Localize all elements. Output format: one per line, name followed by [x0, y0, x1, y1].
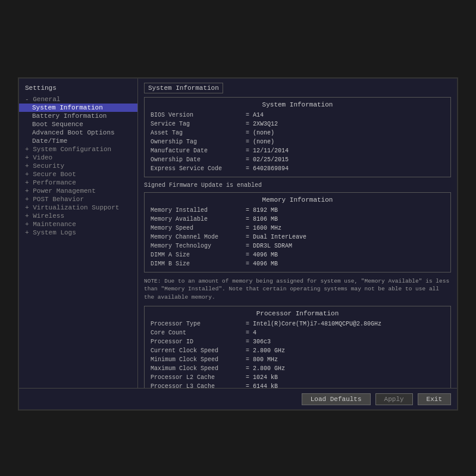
ownership-tag-value: = (none) — [246, 137, 274, 146]
max-clock-value: = 2.800 GHz — [246, 364, 285, 373]
dimm-a-label: DIMM A Size — [151, 250, 246, 259]
settings-title: Settings — [19, 83, 137, 93]
signed-fw-text: Signed Firmware Update is enabled — [144, 182, 451, 189]
min-clock-label: Minimum Clock Speed — [151, 355, 246, 364]
apply-button[interactable]: Apply — [375, 393, 413, 405]
system-info-title: System Information — [151, 101, 444, 108]
dimm-b-row: DIMM B Size = 4096 MB — [151, 259, 444, 268]
ownership-tag-label: Ownership Tag — [151, 137, 246, 146]
ownership-tag-row: Ownership Tag = (none) — [151, 137, 444, 146]
asset-tag-label: Asset Tag — [151, 129, 246, 137]
memory-info-title: Memory Information — [151, 196, 444, 203]
ownership-date-row: Ownership Date = 02/25/2015 — [151, 155, 444, 164]
dimm-b-value: = 4096 MB — [246, 259, 278, 268]
memory-speed-label: Memory Speed — [151, 224, 246, 233]
sidebar-item-system-configuration[interactable]: System Configuration — [19, 145, 137, 154]
manufacture-date-row: Manufacture Date = 12/11/2014 — [151, 146, 444, 155]
dimm-b-label: DIMM B Size — [151, 259, 246, 268]
sidebar-item-system-information[interactable]: System Information — [19, 104, 137, 112]
memory-technology-label: Memory Technology — [151, 242, 246, 250]
manufacture-date-label: Manufacture Date — [151, 146, 246, 155]
main-panel: System Information System Information BI… — [138, 79, 457, 388]
memory-technology-value: = DDR3L SDRAM — [246, 242, 292, 250]
processor-id-label: Processor ID — [151, 337, 246, 346]
sidebar-item-security[interactable]: Security — [19, 162, 137, 170]
processor-l2-label: Processor L2 Cache — [151, 373, 246, 382]
processor-type-label: Processor Type — [151, 320, 246, 328]
ownership-date-label: Ownership Date — [151, 155, 246, 164]
sidebar-item-post-behavior[interactable]: POST Behavior — [19, 195, 137, 203]
processor-l3-label: Processor L3 Cache — [151, 382, 246, 388]
service-tag-value: = 2XW3Q12 — [246, 120, 278, 129]
sidebar-item-general[interactable]: General — [19, 95, 137, 104]
processor-l3-row: Processor L3 Cache = 6144 kB — [151, 382, 444, 388]
memory-installed-row: Memory Installed = 8192 MB — [151, 206, 444, 215]
load-defaults-button[interactable]: Load Defaults — [302, 393, 371, 405]
max-clock-row: Maximum Clock Speed = 2.800 GHz — [151, 364, 444, 373]
system-info-box: System Information BIOS Version = A14 Se… — [144, 97, 451, 177]
service-tag-row: Service Tag = 2XW3Q12 — [151, 120, 444, 129]
sidebar-item-advanced-boot-options[interactable]: Advanced Boot Options — [19, 129, 137, 137]
memory-available-label: Memory Available — [151, 215, 246, 224]
memory-speed-value: = 1600 MHz — [246, 224, 281, 233]
sidebar-item-power-management[interactable]: Power Management — [19, 187, 137, 195]
sidebar-item-boot-sequence[interactable]: Boot Sequence — [19, 120, 137, 129]
processor-id-row: Processor ID = 306c3 — [151, 337, 444, 346]
dimm-a-row: DIMM A Size = 4096 MB — [151, 250, 444, 259]
min-clock-row: Minimum Clock Speed = 800 MHz — [151, 355, 444, 364]
memory-channel-value: = Dual InterLeave — [246, 233, 306, 242]
current-clock-value: = 2.800 GHz — [246, 346, 285, 355]
bottom-bar: Load Defaults Apply Exit — [19, 388, 457, 409]
bios-content: Settings General System Information Batt… — [19, 79, 457, 388]
max-clock-label: Maximum Clock Speed — [151, 364, 246, 373]
bios-screen: Settings General System Information Batt… — [18, 77, 458, 411]
processor-l2-value: = 1024 kB — [246, 373, 278, 382]
memory-channel-row: Memory Channel Mode = Dual InterLeave — [151, 233, 444, 242]
sidebar-item-maintenance[interactable]: Maintenance — [19, 220, 137, 228]
current-clock-label: Current Clock Speed — [151, 346, 246, 355]
asset-tag-value: = (none) — [246, 129, 274, 137]
sidebar-item-system-logs[interactable]: System Logs — [19, 228, 137, 237]
processor-type-value: = Intel(R)Core(TM)i7-4810MQCPU@2.80GHz — [246, 320, 381, 328]
core-count-value: = 4 — [246, 328, 256, 337]
core-count-row: Core Count = 4 — [151, 328, 444, 337]
min-clock-value: = 800 MHz — [246, 355, 278, 364]
processor-id-value: = 306c3 — [246, 337, 271, 346]
manufacture-date-value: = 12/11/2014 — [246, 146, 289, 155]
bios-version-label: BIOS Version — [151, 111, 246, 120]
memory-channel-label: Memory Channel Mode — [151, 233, 246, 242]
sidebar-item-date-time[interactable]: Date/Time — [19, 137, 137, 145]
memory-note: NOTE: Due to an amount of memory being a… — [144, 277, 451, 301]
sidebar-item-battery-information[interactable]: Battery Information — [19, 112, 137, 120]
memory-speed-row: Memory Speed = 1600 MHz — [151, 224, 444, 233]
service-tag-label: Service Tag — [151, 120, 246, 129]
core-count-label: Core Count — [151, 328, 246, 337]
exit-button[interactable]: Exit — [418, 393, 451, 405]
memory-available-value: = 8106 MB — [246, 215, 278, 224]
processor-info-title: Processor Information — [151, 310, 444, 317]
express-service-row: Express Service Code = 6402869894 — [151, 164, 444, 173]
memory-installed-value: = 8192 MB — [246, 206, 278, 215]
sidebar-item-virtualization-support[interactable]: Virtualization Support — [19, 203, 137, 212]
memory-technology-row: Memory Technology = DDR3L SDRAM — [151, 242, 444, 250]
asset-tag-row: Asset Tag = (none) — [151, 129, 444, 137]
sidebar-item-video[interactable]: Video — [19, 154, 137, 162]
express-service-value: = 6402869894 — [246, 164, 289, 173]
sidebar-item-secure-boot[interactable]: Secure Boot — [19, 170, 137, 178]
dimm-a-value: = 4096 MB — [246, 250, 278, 259]
bios-version-value: = A14 — [246, 111, 264, 120]
sidebar: Settings General System Information Batt… — [19, 79, 138, 388]
processor-info-box: Processor Information Processor Type = I… — [144, 306, 451, 388]
memory-available-row: Memory Available = 8106 MB — [151, 215, 444, 224]
memory-installed-label: Memory Installed — [151, 206, 246, 215]
express-service-label: Express Service Code — [151, 164, 246, 173]
panel-title: System Information — [144, 83, 223, 93]
bios-version-row: BIOS Version = A14 — [151, 111, 444, 120]
ownership-date-value: = 02/25/2015 — [246, 155, 289, 164]
processor-l2-row: Processor L2 Cache = 1024 kB — [151, 373, 444, 382]
current-clock-row: Current Clock Speed = 2.800 GHz — [151, 346, 444, 355]
processor-type-row: Processor Type = Intel(R)Core(TM)i7-4810… — [151, 320, 444, 328]
sidebar-item-wireless[interactable]: Wireless — [19, 212, 137, 220]
memory-info-box: Memory Information Memory Installed = 81… — [144, 192, 451, 273]
sidebar-item-performance[interactable]: Performance — [19, 178, 137, 187]
